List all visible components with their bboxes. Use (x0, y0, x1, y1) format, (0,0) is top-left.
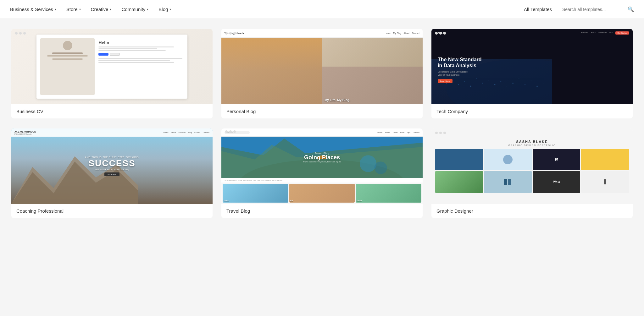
tech-subtitle: Use Data to Get a 360-DegreeView of Your… (438, 70, 626, 77)
tech-nav-link-2: Vision (591, 31, 596, 35)
chevron-down-icon: ▾ (55, 8, 56, 11)
chevron-down-icon: ▾ (169, 8, 171, 11)
dot-yellow (229, 130, 232, 133)
search-icon[interactable]: 🔍 (628, 6, 634, 12)
nav-divider (557, 6, 557, 13)
tech-nav: VISTA.IO Solutions Vision Programs Blog … (431, 29, 633, 37)
template-card-tech-company[interactable]: VISTA.IO Solutions Vision Programs Blog … (431, 29, 633, 118)
nav-item-business[interactable]: Business & Services ▾ (10, 7, 56, 12)
nav-left: Business & Services ▾ Store ▾ Creative ▾… (10, 7, 524, 12)
portfolio-item-1 (435, 149, 483, 171)
travel-nav-travel: Travel (392, 132, 397, 133)
nav-label-creative: Creative (91, 7, 108, 12)
cv-line-1 (98, 46, 174, 47)
nav-item-creative[interactable]: Creative ▾ (91, 7, 112, 12)
travel-going-places-title: Going Places (303, 154, 341, 161)
coaching-nav-home: Home (164, 132, 169, 133)
graphic-designer-role: GRAPHIC DESIGN PORTFOLIO (508, 144, 556, 146)
travel-card-label-2: Eat (290, 200, 293, 202)
dot-green (443, 132, 446, 134)
tech-nav-link-1: Solutions (580, 31, 588, 35)
svg-point-15 (525, 84, 525, 85)
dot-green (23, 132, 26, 134)
coaching-nav-links: Home About Services Blog Guides Contact (164, 132, 209, 133)
svg-point-12 (507, 86, 507, 86)
nav-label-community: Community (121, 7, 145, 12)
nav-label-store: Store (66, 7, 78, 12)
cv-btn-2 (110, 53, 120, 56)
portfolio-item-2 (484, 149, 532, 171)
template-card-business-cv[interactable]: Hello Business CV (11, 29, 213, 118)
dot-red (435, 132, 438, 134)
cv-buttons (98, 53, 182, 56)
template-card-personal-blog[interactable]: Turning Heads Home My Blog About Contact (221, 29, 423, 118)
cv-hello: Hello (98, 40, 182, 45)
graphic-portfolio-grid: R (435, 149, 629, 193)
dot-red (15, 132, 18, 134)
cv-line-2 (98, 48, 157, 49)
template-card-graphic-designer[interactable]: SASHA BLAKE GRAPHIC DESIGN PORTFOLIO R (431, 128, 633, 218)
cv-line-5 (98, 60, 170, 61)
main-content: Hello Business CV (0, 19, 644, 228)
portfolio-item-6 (484, 171, 532, 193)
coaching-nav-contact: Contact (203, 132, 209, 133)
blog-image-right-top (322, 38, 423, 67)
search-container: 🔍 (562, 6, 634, 12)
coaching-nav-blog: Blog (188, 132, 192, 133)
cv-btn-1 (98, 53, 108, 56)
nav-item-blog[interactable]: Blog ▾ (158, 7, 171, 12)
dot-green (23, 32, 26, 35)
travel-card-label-1: Travel (224, 200, 229, 202)
nav-right: All Templates 🔍 (524, 6, 634, 13)
chevron-down-icon: ▾ (147, 8, 148, 11)
all-templates-link[interactable]: All Templates (524, 7, 552, 12)
graphic-designer-name: SASHA BLAKE (516, 140, 548, 144)
nav-item-community[interactable]: Community ▾ (121, 7, 148, 12)
nav-label-business: Business & Services (10, 7, 53, 12)
template-thumbnail-personal-blog: Turning Heads Home My Blog About Contact (221, 29, 423, 104)
blog-nav-about: About (404, 32, 409, 34)
blog-image-right-bottom: My Life. My Blog. (322, 67, 423, 104)
tech-hero-text: The New Standardin Data Analysis Use Dat… (431, 50, 633, 83)
coaching-nav-about: About (171, 132, 176, 133)
nav-item-store[interactable]: Store ▾ (66, 7, 81, 12)
main-nav: Business & Services ▾ Store ▾ Creative ▾… (0, 0, 644, 19)
dot-red (435, 32, 438, 35)
window-chrome-coaching (15, 132, 26, 134)
tech-learn-more-btn: Learn More (438, 79, 452, 83)
tech-nav-link-3: Programs (598, 31, 607, 35)
dot-green (233, 130, 236, 133)
coaching-nav-guides: Guides (194, 132, 200, 133)
travel-description: I'm a paragraph. Click here to add your … (221, 178, 423, 183)
blog-image-left (221, 38, 322, 104)
template-label-personal-blog: Personal Blog (221, 104, 423, 118)
travel-hero-text-block: Travel Blog Going Places Travel happens … (303, 152, 341, 163)
tech-title: The New Standardin Data Analysis (438, 57, 626, 68)
template-card-coaching[interactable]: ALLAN JOHNSON Personal Life Coach Home A… (11, 128, 213, 218)
dot-yellow (439, 132, 442, 134)
portfolio-item-5 (435, 171, 483, 193)
nav-label-blog: Blog (158, 7, 168, 12)
template-label-business-cv: Business CV (11, 104, 213, 118)
cv-role-placeholder-2 (52, 58, 83, 60)
window-chrome-travel (225, 130, 236, 133)
travel-nav-contact: Contact (413, 132, 419, 133)
phone-mockup (604, 179, 606, 184)
travel-nav-tips: Tips (407, 132, 410, 133)
cv-avatar (63, 41, 72, 50)
dot-red (225, 130, 228, 133)
blog-nav-bar: Turning Heads Home My Blog About Contact (221, 29, 423, 38)
chevron-down-icon: ▾ (110, 8, 111, 11)
tech-nav-links: Solutions Vision Programs Blog Get Start… (580, 31, 629, 35)
dot-red (15, 32, 18, 35)
search-input[interactable] (562, 7, 625, 12)
portfolio-item-4 (581, 149, 629, 171)
coaching-subtitle-text: Now Available for Online Coaching (11, 168, 213, 171)
travel-mini-card-eat: Eat (289, 184, 355, 203)
svg-point-26 (375, 161, 387, 174)
travel-card-label-3: Relax (357, 200, 362, 202)
cv-left-panel (40, 38, 95, 95)
blog-nav-contact: Contact (412, 32, 419, 34)
travel-tagline-text: Travel happens everywhere, but it's on m… (303, 161, 341, 163)
template-card-travel-blog[interactable]: Search... Home About Travel Food Tips Co… (221, 128, 423, 218)
